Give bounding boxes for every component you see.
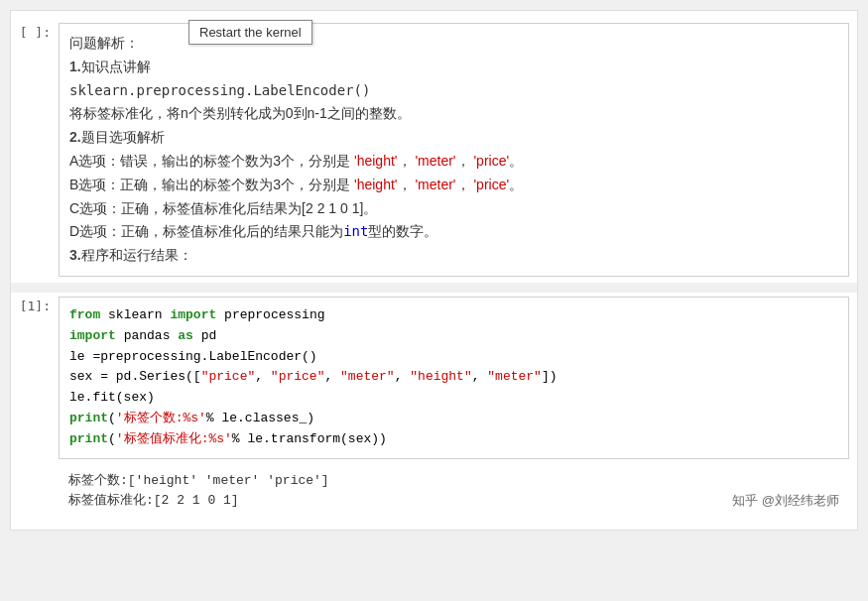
problem-analysis-heading: 问题解析： bbox=[69, 32, 838, 56]
section-3: 3.程序和运行结果： bbox=[69, 244, 838, 268]
output-line-2: 标签值标准化:[2 2 1 0 1] bbox=[68, 491, 839, 512]
notebook: [ ]: Restart the kernel 问题解析： 1.知识点讲解 sk… bbox=[10, 10, 858, 531]
cell-2-content: from sklearn import preprocessing import… bbox=[59, 297, 849, 459]
label-desc: 将标签标准化，将n个类别转化成为0到n-1之间的整数。 bbox=[69, 102, 838, 126]
cell-2: [1]: from sklearn import preprocessing i… bbox=[11, 293, 857, 463]
output-line-1: 标签个数:['height' 'meter' 'price'] bbox=[68, 471, 839, 492]
code-line-7: print('标签值标准化:%s'% le.transform(sex)) bbox=[69, 429, 838, 450]
cell-1-label: [ ]: bbox=[19, 23, 59, 40]
output-wrapper: 标签个数:['height' 'meter' 'price'] 标签值标准化:[… bbox=[59, 465, 849, 519]
section-1: 1.知识点讲解 bbox=[69, 56, 838, 79]
option-d: D选项：正确，标签值标准化后的结果只能为int型的数字。 bbox=[69, 220, 838, 244]
code-line-6: print('标签个数:%s'% le.classes_) bbox=[69, 409, 838, 429]
code-line-5: le.fit(sex) bbox=[69, 388, 838, 409]
cell-1-content: Restart the kernel 问题解析： 1.知识点讲解 sklearn… bbox=[59, 23, 849, 277]
option-a: A选项：错误，输出的标签个数为3个，分别是 'height'， 'meter'，… bbox=[69, 150, 838, 174]
cell-2-label: [1]: bbox=[19, 297, 59, 313]
cell-1: [ ]: Restart the kernel 问题解析： 1.知识点讲解 sk… bbox=[11, 19, 857, 281]
output-cell: 标签个数:['height' 'meter' 'price'] 标签值标准化:[… bbox=[11, 465, 857, 523]
code-line-3: le =preprocessing.LabelEncoder() bbox=[69, 347, 838, 368]
code-ref-line: sklearn.preprocessing.LabelEncoder() bbox=[69, 79, 838, 103]
code-line-1: from sklearn import preprocessing bbox=[69, 305, 838, 326]
cell-1-text: 问题解析： 1.知识点讲解 sklearn.preprocessing.Labe… bbox=[69, 32, 838, 268]
code-line-4: sex = pd.Series(["price", "price", "mete… bbox=[69, 367, 838, 388]
restart-kernel-tooltip[interactable]: Restart the kernel bbox=[188, 20, 312, 45]
code-line-2: import pandas as pd bbox=[69, 326, 838, 347]
option-c: C选项：正确，标签值标准化后结果为[2 2 1 0 1]。 bbox=[69, 197, 838, 221]
cell-divider bbox=[11, 283, 857, 293]
code-block: from sklearn import preprocessing import… bbox=[69, 305, 838, 450]
watermark: 知乎 @刘经纬老师 bbox=[732, 492, 839, 510]
output-label bbox=[19, 465, 59, 469]
output-area: 标签个数:['height' 'meter' 'price'] 标签值标准化:[… bbox=[59, 465, 849, 519]
section-2: 2.题目选项解析 bbox=[69, 126, 838, 150]
option-b: B选项：正确，输出的标签个数为3个，分别是 'height'， 'meter'，… bbox=[69, 174, 838, 197]
